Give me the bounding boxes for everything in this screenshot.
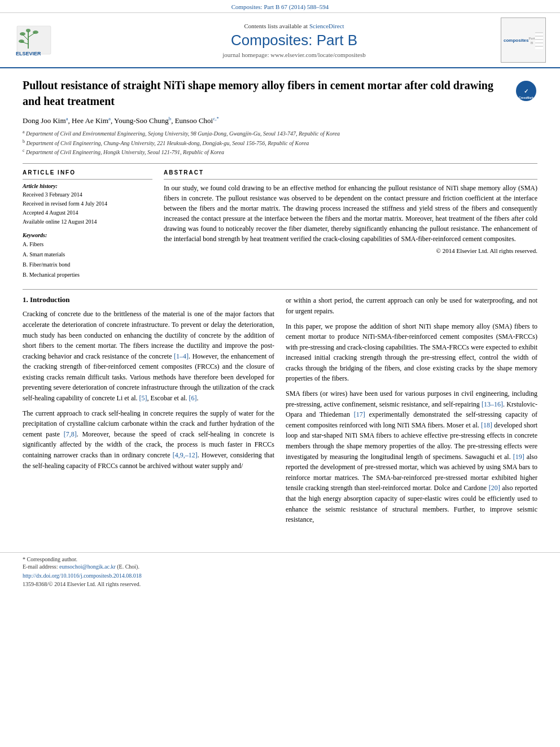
section-1-title: Introduction [30,295,70,304]
svg-text:CrossMark: CrossMark [519,96,533,99]
journal-homepage: journal homepage: www.elsevier.com/locat… [90,51,498,58]
section-1-number: 1. [23,295,28,304]
affiliation-b: b Department of Civil Engineering, Chung… [23,138,537,147]
affiliation-a: a Department of Civil and Environmental … [23,129,537,138]
affiliation-c: c Department of Civil Engineering, Hongi… [23,147,537,156]
article-title-area: Pullout resistance of straight NiTi shap… [23,77,537,109]
info-divider [23,179,152,180]
elsevier-logo-area: ELSEVIER [11,18,90,63]
elsevier-logo: ELSEVIER [11,20,79,60]
author-3: Young-Soo Chungb [114,116,171,125]
svg-point-8 [19,40,24,43]
top-bar: Composites: Part B 67 (2014) 588–594 [0,0,560,13]
article-title: Pullout resistance of straight NiTi shap… [23,77,509,109]
author-2: Hee Ae Kima [72,116,111,125]
journal-header: ELSEVIER Contents lists available at Sci… [0,13,560,68]
doi-line: http://dx.doi.org/10.1016/j.compositesb.… [23,571,537,580]
authors-line: Dong Joo Kima, Hee Ae Kima, Young-Soo Ch… [23,116,537,125]
composites-logo: composites Part B [501,18,546,63]
history-accepted: Accepted 4 August 2014 [23,208,152,217]
keyword-4: B. Mechanical properties [23,270,152,280]
abstract-text: In our study, we found cold drawing to b… [164,183,537,244]
keyword-3: B. Fiber/matrix bond [23,260,152,270]
right-para-1: or within a short period, the current ap… [286,295,537,316]
keywords-label: Keywords: [23,232,152,238]
svg-point-6 [20,32,25,36]
page-footer: * Corresponding author. E-mail address: … [0,552,560,589]
right-para-3: SMA fibers (or wires) have been used for… [286,388,537,525]
article-info-abstract-row: ARTICLE INFO Article history: Received 3… [23,169,537,280]
journal-citation: Composites: Part B 67 (2014) 588–594 [231,3,329,10]
author-4: Eunsoo Choic,* [175,116,219,125]
abstract-title: ABSTRACT [164,169,537,176]
svg-point-9 [26,29,30,32]
corresponding-note: * Corresponding author. [23,556,537,562]
svg-point-7 [33,30,38,34]
copyright: © 2014 Elsevier Ltd. All rights reserved… [164,247,537,254]
divider-2 [23,289,537,290]
keyword-2: A. Smart materials [23,250,152,260]
intro-para-1: Cracking of concrete due to the brittlen… [23,309,274,403]
author-1: Dong Joo Kima [23,116,68,125]
doi-link[interactable]: http://dx.doi.org/10.1016/j.compositesb.… [23,573,142,579]
history-online: Available online 12 August 2014 [23,217,152,226]
email-link[interactable]: eunsochoi@hongik.ac.kr [59,563,116,570]
history-received: Received 3 February 2014 [23,190,152,199]
article-info-title: ARTICLE INFO [23,169,152,176]
body-columns: 1. Introduction Cracking of concrete due… [23,295,537,529]
history-label: Article history: [23,183,152,189]
intro-para-2: The current approach to crack self-heali… [23,408,274,471]
affiliations: a Department of Civil and Environmental … [23,129,537,156]
contents-line: Contents lists available at ScienceDirec… [90,23,498,29]
article-info-col: ARTICLE INFO Article history: Received 3… [23,169,152,280]
abstract-divider [164,179,537,180]
body-left-col: 1. Introduction Cracking of concrete due… [23,295,274,529]
crossmark-logo[interactable]: ✓ CrossMark [515,80,537,102]
section-1-heading: 1. Introduction [23,295,274,304]
science-direct-link[interactable]: ScienceDirect [309,23,344,29]
keyword-1: A. Fibers [23,239,152,250]
history-revised: Received in revised form 4 July 2014 [23,199,152,208]
journal-title: Composites: Part B [90,32,498,49]
svg-text:ELSEVIER: ELSEVIER [16,51,41,56]
journal-header-center: Contents lists available at ScienceDirec… [90,18,498,63]
body-right-col: or within a short period, the current ap… [286,295,537,529]
abstract-col: ABSTRACT In our study, we found cold dra… [164,169,537,280]
footer-copyright: 1359-8368/© 2014 Elsevier Ltd. All right… [23,581,537,587]
divider-1 [23,163,537,164]
main-content: Pullout resistance of straight NiTi shap… [0,68,560,541]
svg-text:✓: ✓ [524,88,528,94]
journal-logo-right: composites Part B [498,18,549,63]
right-para-2: In this paper, we propose the addition o… [286,321,537,385]
email-note: E-mail address: eunsochoi@hongik.ac.kr (… [23,563,537,570]
